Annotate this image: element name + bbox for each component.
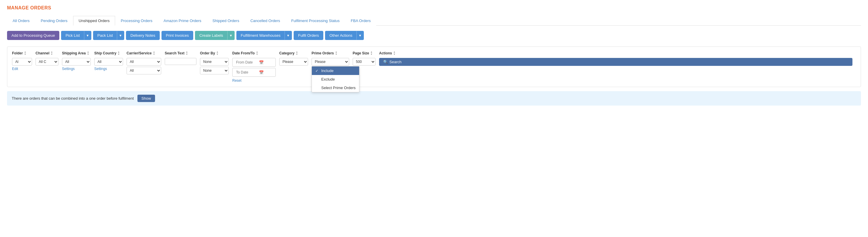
actions-header: Actions ▲ ▼ <box>379 51 852 56</box>
chevron-down-icon: ▾ <box>359 33 361 37</box>
carrier-select-1[interactable]: All <box>127 58 161 65</box>
other-actions-dropdown-button[interactable]: ▾ <box>356 31 364 40</box>
carrier-sort[interactable]: ▲ ▼ <box>153 51 155 56</box>
from-date-field[interactable] <box>234 59 258 65</box>
order-by-select-2[interactable]: None <box>200 67 229 74</box>
other-actions-button[interactable]: Other Actions <box>325 31 356 40</box>
shipping-area-header: Shipping Area ▲ ▼ <box>62 51 91 56</box>
search-text-header: Search Text ▲ ▼ <box>165 51 196 56</box>
order-by-sort[interactable]: ▲ ▼ <box>216 51 218 56</box>
filter-area: Folder ▲ ▼ Channel ▲ ▼ S <box>7 47 861 87</box>
category-sort[interactable]: ▲ ▼ <box>296 51 298 56</box>
date-to-input[interactable]: 📅 <box>232 68 276 77</box>
category-header: Category ▲ ▼ <box>279 51 308 56</box>
ship-country-sort[interactable]: ▲ ▼ <box>118 51 120 56</box>
channel-select[interactable]: All C <box>35 58 58 65</box>
order-by-header: Order By ▲ ▼ <box>200 51 229 56</box>
chevron-down-icon: ▾ <box>230 33 232 37</box>
page-size-select[interactable]: 500 <box>353 58 376 65</box>
delivery-notes-button[interactable]: Delivery Notes <box>126 31 160 40</box>
info-message: There are orders that can be combined in… <box>12 96 134 101</box>
action-bar: Add to Processing Queue Pick List ▾ Pack… <box>7 31 861 40</box>
prime-orders-dropdown: ✓ Include Exclude Select Prime Orders <box>312 66 360 92</box>
pack-list-button[interactable]: Pack List <box>93 31 117 40</box>
ship-country-select[interactable]: All <box>94 58 123 65</box>
page-title: MANAGE ORDERS <box>7 5 861 10</box>
tab-pending-orders[interactable]: Pending Orders <box>35 16 73 26</box>
tab-processing-orders[interactable]: Processing Orders <box>115 16 158 26</box>
tab-unshipped-orders[interactable]: Unshipped Orders <box>73 16 115 26</box>
other-actions-split: Other Actions ▾ <box>325 31 364 40</box>
create-labels-split: Create Labels ▾ <box>195 31 235 40</box>
folder-header: Folder ▲ ▼ <box>12 51 32 56</box>
search-button[interactable]: 🔍 Search <box>379 58 852 66</box>
tab-amazon-prime[interactable]: Amazon Prime Orders <box>158 16 207 26</box>
check-icon: ✓ <box>315 69 319 73</box>
fulfillment-warehouses-dropdown-button[interactable]: ▾ <box>284 31 292 40</box>
carrier-header: Carrier/Service ▲ ▼ <box>127 51 161 56</box>
prime-sort[interactable]: ▲ ▼ <box>335 51 337 56</box>
prime-select-option[interactable]: Select Prime Orders <box>312 83 359 92</box>
tab-all-orders[interactable]: All Orders <box>7 16 35 26</box>
tab-fulfilment-processing[interactable]: Fulfilment Processing Status <box>286 16 345 26</box>
channel-header: Channel ▲ ▼ <box>35 51 58 56</box>
print-invoices-button[interactable]: Print Invoices <box>161 31 193 40</box>
show-button[interactable]: Show <box>137 95 155 102</box>
channel-sort[interactable]: ▲ ▼ <box>51 51 53 56</box>
ship-country-header: Ship Country ▲ ▼ <box>94 51 123 56</box>
date-from-input[interactable]: 📅 <box>232 58 276 67</box>
pick-list-dropdown-button[interactable]: ▾ <box>84 31 91 40</box>
fulfil-orders-button[interactable]: Fulfil Orders <box>293 31 323 40</box>
prime-exclude-option[interactable]: Exclude <box>312 75 359 83</box>
pick-list-split: Pick List ▾ <box>61 31 91 40</box>
pick-list-button[interactable]: Pick List <box>61 31 84 40</box>
page-size-header: Page Size ▲ ▼ <box>353 51 376 56</box>
pack-list-dropdown-button[interactable]: ▾ <box>117 31 124 40</box>
shipping-area-sort[interactable]: ▲ ▼ <box>87 51 89 56</box>
tab-fba-orders[interactable]: FBA Orders <box>345 16 376 26</box>
fulfillment-warehouses-split: Fulfillment Warehouses ▾ <box>237 31 292 40</box>
calendar-to-icon[interactable]: 📅 <box>259 70 264 75</box>
date-header: Date From/To ▲ ▼ <box>232 51 276 56</box>
prime-include-option[interactable]: ✓ Include <box>312 67 359 75</box>
reset-link[interactable]: Reset <box>232 79 276 83</box>
category-select[interactable]: Please <box>279 58 308 65</box>
tab-shipped-orders[interactable]: Shipped Orders <box>207 16 245 26</box>
create-labels-dropdown-button[interactable]: ▾ <box>227 31 235 40</box>
page-size-sort[interactable]: ▲ ▼ <box>370 51 373 56</box>
edit-link[interactable]: Edit <box>12 67 32 71</box>
order-by-select-1[interactable]: None <box>200 58 229 65</box>
tabs-nav: All Orders Pending Orders Unshipped Orde… <box>7 16 861 26</box>
prime-orders-select[interactable]: Please <box>312 58 349 65</box>
to-date-field[interactable] <box>234 69 258 76</box>
pack-list-split: Pack List ▾ <box>93 31 124 40</box>
info-bar: There are orders that can be combined in… <box>7 91 861 106</box>
actions-sort[interactable]: ▲ ▼ <box>393 51 396 56</box>
folder-select[interactable]: Al All <box>12 58 32 65</box>
fulfillment-warehouses-button[interactable]: Fulfillment Warehouses <box>237 31 284 40</box>
prime-orders-header: Prime Orders ▲ ▼ <box>312 51 349 56</box>
create-labels-button[interactable]: Create Labels <box>195 31 227 40</box>
shipping-settings-link[interactable]: Settings <box>62 67 91 71</box>
chevron-down-icon: ▾ <box>120 33 122 37</box>
search-text-input[interactable] <box>165 58 196 65</box>
shipping-area-select[interactable]: All <box>62 58 91 65</box>
chevron-down-icon: ▾ <box>287 33 289 37</box>
add-to-queue-button[interactable]: Add to Processing Queue <box>7 31 59 40</box>
tab-cancelled-orders[interactable]: Cancelled Orders <box>245 16 286 26</box>
country-settings-link[interactable]: Settings <box>94 67 123 71</box>
search-text-sort[interactable]: ▲ ▼ <box>186 51 188 56</box>
folder-sort[interactable]: ▲ ▼ <box>24 51 26 56</box>
date-sort[interactable]: ▲ ▼ <box>256 51 258 56</box>
carrier-select-2[interactable]: All <box>127 67 161 74</box>
search-icon: 🔍 <box>383 60 388 64</box>
calendar-from-icon[interactable]: 📅 <box>259 60 264 65</box>
chevron-down-icon: ▾ <box>87 33 89 37</box>
